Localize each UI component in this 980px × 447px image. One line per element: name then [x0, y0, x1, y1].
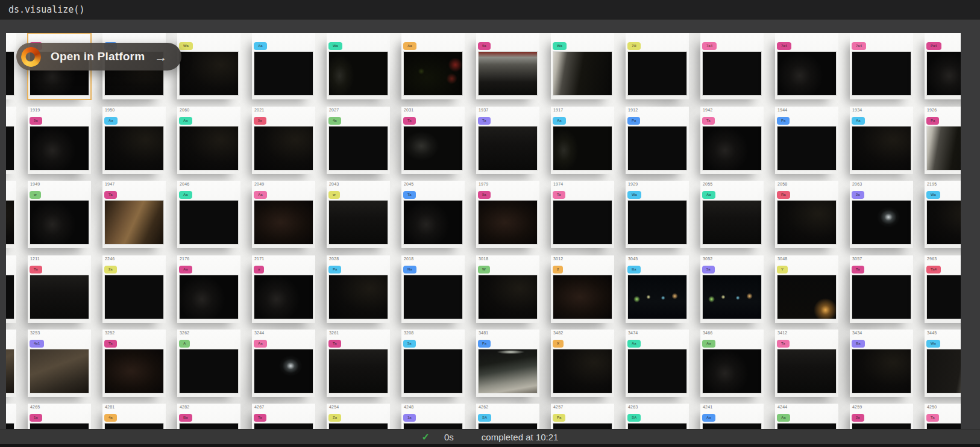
sample-card[interactable]: Wa [551, 33, 614, 99]
sample-card[interactable]: 4250Ta [925, 404, 961, 429]
sample-id: 1917 [551, 107, 614, 113]
sample-card[interactable]: 32085a [401, 330, 465, 397]
sample-card[interactable]: 3262A [177, 330, 240, 397]
sample-card[interactable]: Aa [401, 33, 465, 99]
sample-card[interactable]: 42481a [401, 404, 465, 429]
sample-card[interactable]: 2045Ta [401, 181, 465, 248]
sample-card[interactable]: 2043w [327, 181, 390, 248]
sample-id: 2195 [925, 181, 961, 187]
label-tag: Ta [328, 340, 341, 348]
sample-card[interactable]: Pa4 [925, 33, 961, 99]
sample-card[interactable]: 3481Fa [476, 330, 539, 397]
sample-card[interactable]: 1937Ta [476, 107, 539, 174]
sample-id: 2246 [102, 255, 166, 262]
sample-card[interactable]: 2028Pa [327, 255, 390, 323]
sample-card[interactable]: 3434Ba [850, 330, 913, 397]
sample-card[interactable]: 2049Aa [252, 181, 315, 248]
sample-card[interactable]: 3045Ba [626, 255, 689, 323]
sample-card[interactable]: 4263SA [626, 404, 689, 429]
sample-card[interactable]: 7a4 [700, 33, 764, 99]
sample-card[interactable]: 1934Aa [850, 107, 913, 174]
sample-card[interactable]: Aa [252, 33, 315, 99]
sample-card[interactable]: 42592a [850, 404, 913, 429]
label-tag: Aa [179, 191, 192, 199]
label-tag: Wa [328, 42, 342, 50]
sample-card[interactable]: 1947Ta [102, 181, 166, 248]
sample-card[interactable]: 42651a [28, 404, 91, 429]
sample-card[interactable]: 2031Ta [401, 107, 465, 174]
sample-card[interactable]: 1926Pa [925, 107, 961, 174]
sample-card[interactable]: 1950Aa [102, 107, 166, 174]
sample-card[interactable]: 4241Aa [700, 404, 764, 429]
label-tag: Aa [179, 117, 192, 125]
sample-thumbnail [179, 51, 239, 96]
sample-card[interactable]: 20632a [850, 181, 913, 248]
sample-card[interactable]: 1912Pa [626, 107, 689, 174]
sample-card[interactable]: 1949w [28, 181, 91, 248]
sample-card[interactable]: 4257Pa [551, 404, 614, 429]
sample-card[interactable]: 7a4 [775, 33, 838, 99]
sample-card[interactable]: 2058Ra [775, 181, 838, 248]
sample-card[interactable]: 4a [6, 330, 16, 397]
sample-thumbnail [852, 423, 911, 429]
sample-card[interactable]: 3048Y [775, 255, 838, 323]
sample-card[interactable]: 3445Wa [925, 330, 961, 397]
sample-card[interactable]: Ta [6, 181, 16, 248]
sample-card[interactable]: 1974Ta [551, 181, 614, 248]
sample-card[interactable]: 3474Aa [626, 330, 689, 397]
sample-card[interactable]: 32534a1 [28, 330, 91, 397]
sample-card[interactable]: Wa [177, 33, 240, 99]
sample-card[interactable]: 19195a [28, 107, 91, 174]
sample-card[interactable]: 1211Ta [28, 255, 91, 323]
sample-card[interactable]: 30122 [551, 255, 614, 323]
sample-card[interactable]: 19795a [476, 181, 539, 248]
sample-id: 1929 [626, 181, 689, 187]
sample-card[interactable]: 5a [6, 107, 16, 174]
sample-thumbnail [104, 126, 164, 170]
sample-card[interactable]: 20215a [252, 107, 315, 174]
sample-card[interactable]: 2195Wa [925, 181, 961, 248]
sample-card[interactable]: 2963Ta4 [925, 255, 961, 323]
sample-card[interactable]: 2055Aa [700, 181, 764, 248]
sample-card[interactable]: 5a [476, 33, 539, 99]
sample-card[interactable]: 2018Na [401, 255, 465, 323]
sample-card[interactable]: Wa [327, 33, 390, 99]
sample-card[interactable]: 22462a [102, 255, 166, 323]
sample-card[interactable]: 5a [6, 33, 16, 99]
sample-card[interactable]: 1942Ta [700, 107, 764, 174]
sample-card[interactable]: Ta [6, 404, 16, 429]
sample-card[interactable]: 3412Ta [775, 330, 838, 397]
sample-card[interactable]: 3252Ta [102, 330, 166, 397]
sample-id: 4267 [252, 404, 315, 410]
sample-card[interactable]: 2046Aa [177, 181, 240, 248]
sample-card[interactable]: 4267Ta [252, 404, 315, 429]
sample-card[interactable]: 2171a [252, 255, 315, 323]
sample-thumbnail [852, 126, 911, 170]
sample-card[interactable]: 3482X [551, 330, 614, 397]
sample-card[interactable]: 3466Aa [700, 330, 764, 397]
sample-card[interactable]: 3261Ta [327, 330, 390, 397]
sample-card[interactable]: 3057Ta [850, 255, 913, 323]
sample-thumbnail [478, 423, 538, 429]
sample-card[interactable]: 2176Aa [177, 255, 240, 323]
sample-card[interactable]: 2060Aa [177, 107, 240, 174]
sample-card[interactable]: 7a4 [850, 33, 913, 99]
sample-card[interactable]: 4244Aa [775, 404, 838, 429]
sample-card[interactable]: 1917Aa [551, 107, 614, 174]
sample-card[interactable]: 4262SA [476, 404, 539, 429]
sample-id: 2028 [327, 255, 390, 262]
sample-id: 4265 [28, 404, 91, 410]
sample-card[interactable]: 1929Wa [626, 181, 689, 248]
sample-card[interactable]: Ta [6, 255, 16, 323]
sample-card[interactable]: 3018W [476, 255, 539, 323]
sample-card[interactable]: 4254Za [327, 404, 390, 429]
sample-card[interactable]: 3244Aa [252, 330, 315, 397]
sample-card[interactable]: 1944Pa [775, 107, 838, 174]
sample-card[interactable]: 4282Ba [177, 404, 240, 429]
sample-card[interactable]: 42814a [102, 404, 166, 429]
open-in-platform-button[interactable]: Open in Platform → [16, 43, 181, 70]
sample-card[interactable]: 30525a [700, 255, 764, 323]
sample-card[interactable]: 7H [626, 33, 689, 99]
sample-card[interactable]: 20274a [327, 107, 390, 174]
sample-thumbnail [403, 200, 463, 245]
